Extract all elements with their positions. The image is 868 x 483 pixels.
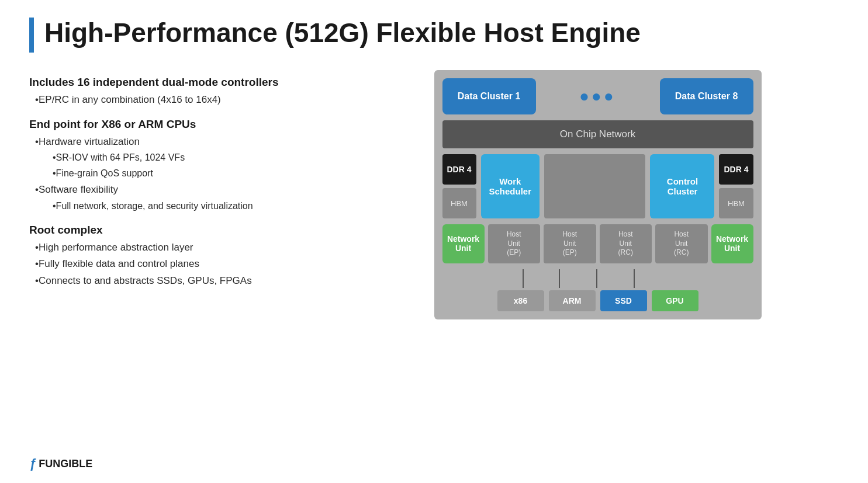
section2-heading: End point for X86 or ARM CPUs bbox=[29, 118, 333, 131]
dots: ●●● bbox=[542, 87, 654, 106]
bullet-fine-grain: •Fine-grain QoS support bbox=[53, 166, 333, 180]
section1-heading: Includes 16 independent dual-mode contro… bbox=[29, 76, 333, 89]
host-unit-rc1: HostUnit(RC) bbox=[600, 224, 652, 263]
left-column: Includes 16 independent dual-mode contro… bbox=[29, 70, 333, 290]
labels-row: x86 ARM SSD GPU bbox=[442, 290, 753, 311]
mid-row: DDR 4 HBM WorkScheduler ControlCluster D… bbox=[442, 154, 753, 218]
ddr4-right: DDR 4 bbox=[719, 154, 753, 185]
logo-text: FUNGIBLE bbox=[39, 458, 92, 470]
connectors bbox=[442, 269, 753, 288]
network-unit-left: NetworkUnit bbox=[442, 224, 485, 263]
hbm-right: HBM bbox=[719, 188, 753, 218]
bullet-sw-flex: •Software flexibility bbox=[35, 182, 333, 197]
architecture-diagram: Data Cluster 1 ●●● Data Cluster 8 On Chi… bbox=[434, 70, 762, 319]
bullet-sr-iov: •SR-IOV with 64 PFs, 1024 VFs bbox=[53, 151, 333, 165]
title-accent bbox=[29, 18, 34, 53]
page-title: High-Performance (512G) Flexible Host En… bbox=[44, 18, 641, 48]
host-unit-ep2: HostUnit(EP) bbox=[544, 224, 596, 263]
top-row: Data Cluster 1 ●●● Data Cluster 8 bbox=[442, 78, 753, 114]
mid-gap bbox=[544, 154, 645, 218]
data-cluster-1: Data Cluster 1 bbox=[442, 78, 536, 114]
host-unit-rc2: HostUnit(RC) bbox=[655, 224, 708, 263]
bottom-unit-row: NetworkUnit HostUnit(EP) HostUnit(EP) Ho… bbox=[442, 224, 753, 263]
control-cluster: ControlCluster bbox=[650, 154, 714, 218]
on-chip-network: On Chip Network bbox=[442, 120, 753, 148]
hbm-left: HBM bbox=[442, 188, 476, 218]
label-ssd: SSD bbox=[600, 290, 647, 311]
label-x86: x86 bbox=[497, 290, 544, 311]
left-stack: DDR 4 HBM bbox=[442, 154, 476, 218]
label-gpu: GPU bbox=[652, 290, 698, 311]
network-unit-right: NetworkUnit bbox=[711, 224, 753, 263]
right-column: Data Cluster 1 ●●● Data Cluster 8 On Chi… bbox=[357, 70, 839, 319]
bullet-hw-virt: •Hardware virtualization bbox=[35, 134, 333, 150]
data-cluster-8: Data Cluster 8 bbox=[660, 78, 753, 114]
bullet-connects-ssds: •Connects to and abstracts SSDs, GPUs, F… bbox=[35, 273, 333, 289]
bullet-hp-abstraction: •High performance abstraction layer bbox=[35, 240, 333, 255]
label-arm: ARM bbox=[549, 290, 596, 311]
page-container: High-Performance (512G) Flexible Host En… bbox=[0, 0, 868, 483]
content-wrapper: Includes 16 independent dual-mode contro… bbox=[29, 70, 839, 319]
work-scheduler: WorkScheduler bbox=[481, 154, 540, 218]
fungible-logo: ƒ FUNGIBLE bbox=[29, 456, 92, 471]
right-stack: DDR 4 HBM bbox=[719, 154, 753, 218]
ddr4-left: DDR 4 bbox=[442, 154, 476, 185]
bullet-full-network: •Full network, storage, and security vir… bbox=[53, 199, 333, 213]
section3-heading: Root complex bbox=[29, 224, 333, 237]
footer: ƒ FUNGIBLE bbox=[29, 456, 92, 471]
title-section: High-Performance (512G) Flexible Host En… bbox=[29, 18, 839, 53]
host-unit-ep1: HostUnit(EP) bbox=[488, 224, 541, 263]
bullet-ep-rc: •EP/RC in any combination (4x16 to 16x4) bbox=[35, 92, 333, 107]
bullet-flexible-data: •Fully flexible data and control planes bbox=[35, 256, 333, 272]
logo-f-icon: ƒ bbox=[29, 456, 36, 471]
